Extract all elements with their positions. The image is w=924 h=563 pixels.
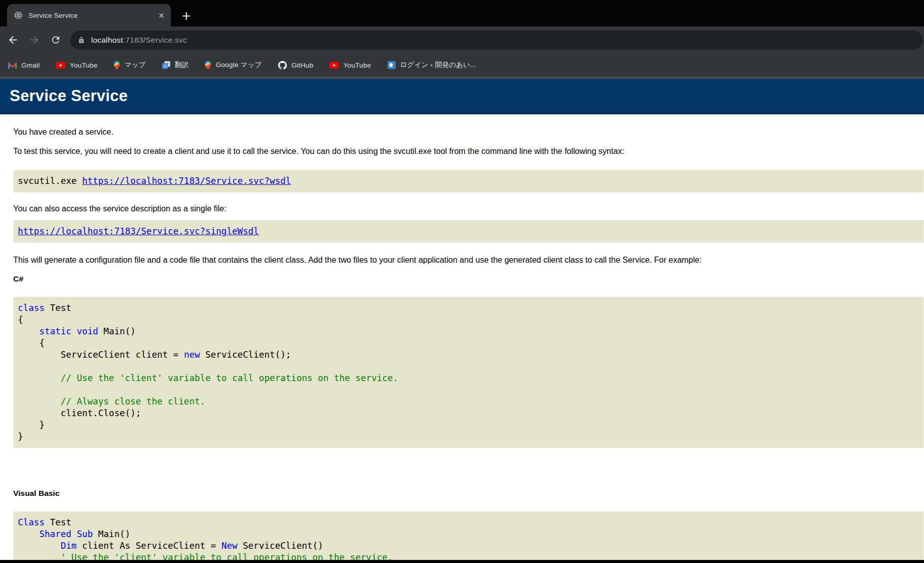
youtube-icon	[56, 62, 65, 69]
code-line: ' Use the 'client' variable to call oper…	[18, 552, 919, 560]
intro-text: You have created a service.	[13, 127, 924, 137]
page-title: Service Service	[0, 79, 924, 114]
bookmark-label: ログイン ‹ 開発のあい...	[400, 60, 476, 70]
translate-icon: 文A	[162, 61, 170, 69]
csharp-label: C#	[13, 274, 924, 284]
login-icon	[388, 61, 396, 69]
url-host: localhost	[91, 36, 123, 44]
youtube-icon	[330, 62, 339, 69]
code-line: client.Close();	[18, 408, 919, 419]
lock-icon[interactable]	[78, 36, 85, 44]
code-line: ServiceClient client = new ServiceClient…	[18, 349, 919, 361]
tab-close-icon[interactable]	[157, 11, 166, 20]
bookmarks-bar: GmailYouTubeマップ文A翻訳Google マップGitHubYouTu…	[0, 53, 924, 77]
csharp-code-box: class Test{ static void Main() { Service…	[13, 297, 924, 448]
url-text: localhost:7183/Service.svc	[91, 36, 187, 45]
single-file-text: You can also access the service descript…	[13, 204, 924, 214]
gmail-icon	[8, 62, 17, 69]
bookmark-label: Gmail	[21, 61, 40, 69]
code-line: Class Test	[18, 517, 919, 528]
single-wsdl-box: https://localhost:7183/Service.svc?singl…	[13, 220, 924, 243]
bookmark-label: YouTube	[343, 61, 371, 69]
bookmark-label: 翻訳	[175, 60, 189, 70]
bookmark-item[interactable]: Google マップ	[205, 60, 262, 70]
maps-icon	[205, 61, 211, 70]
svg-text:A: A	[163, 64, 166, 69]
bookmark-item[interactable]: Gmail	[8, 61, 40, 69]
generate-text: This will generate a configuration file …	[13, 255, 924, 265]
test-text: To test this service, you will need to c…	[13, 146, 924, 157]
forward-icon[interactable]	[25, 32, 43, 49]
maps-icon	[114, 61, 120, 70]
bookmark-item[interactable]: YouTube	[330, 61, 371, 69]
bookmark-item[interactable]: 文A翻訳	[162, 60, 189, 70]
bookmark-label: マップ	[125, 60, 146, 70]
url-path: :7183/Service.svc	[123, 36, 187, 44]
code-line: }	[18, 431, 919, 443]
code-line: {	[18, 337, 919, 349]
code-line: }	[18, 419, 919, 431]
github-icon	[278, 61, 287, 70]
svcutil-prefix: svcutil.exe	[18, 176, 82, 186]
code-line: Shared Sub Main()	[18, 528, 919, 540]
vb-label: Visual Basic	[13, 489, 924, 498]
globe-icon	[14, 11, 23, 20]
bookmark-item[interactable]: マップ	[114, 60, 146, 70]
bookmark-label: Google マップ	[216, 60, 262, 70]
new-tab-button[interactable]	[179, 9, 193, 23]
code-line: // Use the 'client' variable to call ope…	[18, 372, 919, 384]
page-body: Service Service You have created a servi…	[0, 79, 924, 560]
tab-title: Service Service	[28, 12, 153, 19]
code-line: static void Main()	[18, 326, 919, 337]
browser-toolbar: localhost:7183/Service.svc	[0, 26, 924, 53]
wsdl-link[interactable]: https://localhost:7183/Service.svc?wsdl	[82, 176, 291, 186]
tab-strip: Service Service	[0, 0, 924, 26]
browser-tab[interactable]: Service Service	[7, 4, 171, 26]
page-content: You have created a service. To test this…	[0, 127, 924, 560]
address-bar[interactable]: localhost:7183/Service.svc	[70, 30, 923, 50]
reload-icon[interactable]	[47, 32, 64, 49]
code-line	[18, 384, 919, 396]
bookmark-item[interactable]: GitHub	[278, 61, 313, 70]
single-wsdl-link[interactable]: https://localhost:7183/Service.svc?singl…	[18, 226, 259, 236]
bookmark-label: YouTube	[70, 61, 97, 69]
code-line	[18, 361, 919, 372]
bookmark-item[interactable]: ログイン ‹ 開発のあい...	[388, 60, 476, 70]
code-line: Dim client As ServiceClient = New Servic…	[18, 540, 919, 552]
bookmark-label: GitHub	[291, 61, 313, 69]
svcutil-command-box: svcutil.exe https://localhost:7183/Servi…	[13, 170, 924, 193]
code-line: {	[18, 314, 919, 326]
code-line: // Always close the client.	[18, 396, 919, 408]
bookmark-item[interactable]: YouTube	[56, 61, 97, 69]
code-line: class Test	[18, 302, 919, 314]
vb-code-box: Class Test Shared Sub Main() Dim client …	[13, 511, 924, 560]
back-icon[interactable]	[4, 32, 21, 49]
